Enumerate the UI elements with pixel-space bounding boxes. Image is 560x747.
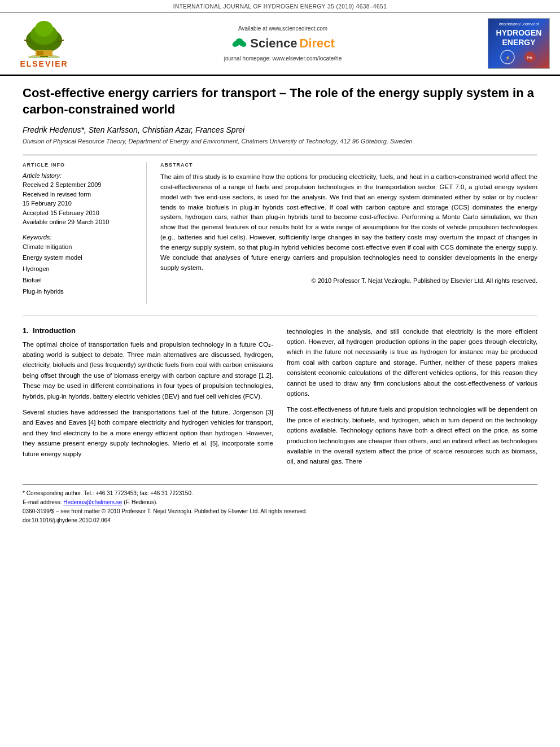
footnote-corresponding: * Corresponding author. Tel.: +46 31 772… [23, 489, 537, 498]
keyword-1: Climate mitigation [23, 242, 137, 253]
hydrogen-energy-logo: International Journal of HYDROGEN ENERGY… [488, 18, 550, 69]
sciencedirect-leaves-icon [231, 35, 248, 52]
abstract-label: ABSTRACT [160, 162, 537, 168]
article-content: Cost-effective energy carriers for trans… [0, 76, 560, 536]
keywords-block: Keywords: Climate mitigation Energy syst… [23, 234, 137, 298]
body-para-2: Several studies have addressed the trans… [23, 407, 273, 459]
footnote-area: * Corresponding author. Tel.: +46 31 772… [23, 484, 537, 525]
sciencedirect-logo: Science Direct [231, 35, 335, 52]
abstract-section: ABSTRACT The aim of this study is to exa… [160, 162, 537, 304]
homepage-text: journal homepage: www.elsevier.com/locat… [224, 55, 342, 62]
article-title: Cost-effective energy carriers for trans… [23, 85, 537, 117]
footnote-doi: doi:10.1016/j.ijhydene.2010.02.064 [23, 516, 537, 525]
section-1-title: 1. Introduction [23, 326, 273, 335]
hydrogen-logo-title1: HYDROGEN [496, 28, 542, 37]
accepted-date: Accepted 15 February 2010 [23, 208, 137, 218]
hydrogen-logo-intl: International Journal of [498, 22, 539, 26]
keyword-5: Plug-in hybrids [23, 286, 137, 298]
body-columns: 1. Introduction The optimal choice of tr… [23, 326, 537, 473]
hydrogen-logo-graphic: H₂ ⚡ [496, 49, 541, 65]
sd-science-text: Science [250, 36, 297, 51]
sd-direct-text: Direct [299, 36, 334, 51]
article-authors: Fredrik Hedenus*, Sten Karlsson, Christi… [23, 125, 537, 134]
footnote-email-link[interactable]: Hedenus@chalmers.se [63, 499, 122, 505]
elsevier-logo: ELSEVIER [10, 19, 78, 68]
footnote-email-label: E-mail address: [23, 499, 62, 505]
available-text: Available at www.sciencedirect.com [238, 25, 327, 32]
keyword-3: Hydrogen [23, 264, 137, 275]
body-para-4: The cost-effectiveness of future fuels a… [287, 404, 537, 466]
elsevier-tree-icon [19, 19, 69, 58]
article-info-abstract-section: ARTICLE INFO Article history: Received 2… [23, 155, 537, 304]
sd-leaves-icon [231, 35, 248, 52]
body-para-1: The optimal choice of transportation fue… [23, 339, 273, 401]
body-para-3: technologies in the analysis, and still … [287, 326, 537, 399]
online-date: Available online 29 March 2010 [23, 217, 137, 227]
copyright-text: © 2010 Professor T. Nejat Veziroglu. Pub… [160, 277, 537, 284]
svg-point-4 [35, 21, 53, 37]
svg-text:⚡: ⚡ [505, 55, 510, 60]
keyword-4: Biofuel [23, 275, 137, 286]
revised-label: Received in revised form [23, 190, 137, 199]
article-info-label: ARTICLE INFO [23, 162, 137, 168]
logo-row: ELSEVIER Available at www.sciencedirect.… [0, 12, 560, 76]
article-info-panel: ARTICLE INFO Article history: Received 2… [23, 162, 147, 304]
footnote-email-suffix: (F. Hedenus). [124, 499, 158, 505]
section-1-heading: Introduction [33, 326, 76, 335]
section-divider [23, 316, 537, 316]
svg-text:H₂: H₂ [527, 55, 533, 60]
footnote-email-line: E-mail address: Hedenus@chalmers.se (F. … [23, 498, 537, 507]
svg-point-11 [236, 38, 243, 43]
abstract-text: The aim of this study is to examine how … [160, 172, 537, 273]
article-history-label: Article history: [23, 172, 137, 179]
center-logo: Available at www.sciencedirect.com Scien… [78, 25, 488, 62]
keyword-2: Energy system model [23, 252, 137, 264]
keywords-list: Climate mitigation Energy system model H… [23, 242, 137, 298]
article-history-block: Article history: Received 2 September 20… [23, 172, 137, 227]
elsevier-label: ELSEVIER [20, 59, 68, 68]
revised-date: 15 February 2010 [23, 199, 137, 208]
keywords-label: Keywords: [23, 234, 137, 241]
svg-rect-8 [37, 51, 43, 55]
body-col-left: 1. Introduction The optimal choice of tr… [23, 326, 273, 473]
body-col-right: technologies in the analysis, and still … [287, 326, 537, 473]
section-1-number: 1. [23, 326, 29, 335]
footnote-issn: 0360-3199/$ – see front matter © 2010 Pr… [23, 507, 537, 516]
journal-header-text: INTERNATIONAL JOURNAL OF HYDROGEN ENERGY… [173, 3, 387, 10]
hydrogen-logo-title2: ENERGY [502, 38, 535, 47]
received-date: Received 2 September 2009 [23, 180, 137, 190]
journal-header: INTERNATIONAL JOURNAL OF HYDROGEN ENERGY… [0, 0, 560, 12]
article-affiliation: Division of Physical Resource Theory, De… [23, 138, 537, 145]
